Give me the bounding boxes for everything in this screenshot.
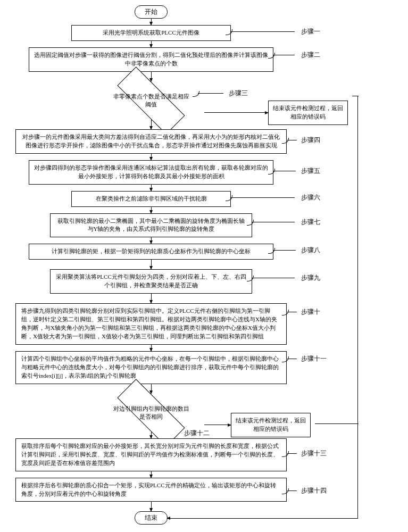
decision-text: 对边引脚组内引脚轮廓的数目是否相同 [111, 405, 191, 421]
rail-join [352, 96, 359, 96]
leader-line [231, 31, 295, 32]
leader-line [287, 140, 297, 140]
process-step-9: 采用聚类算法将PLCC元件引脚划分为四类，分别对应着上、下、左、右四个引脚组，并… [50, 269, 252, 294]
row-step-12: 对边引脚组内引脚轮廓的数目是否相同 步骤十二 结束该元件检测过程，返回相应的错误… [7, 394, 295, 432]
process-step-7: 获取引脚轮廓的最小二乘椭圆，其中最小二乘椭圆的旋转角度为椭圆长轴与Y轴的夹角，由… [50, 213, 252, 238]
arrow [151, 237, 152, 244]
process-step-6: 在聚类操作之前滤除非引脚区域的干扰轮廓 [71, 191, 231, 207]
label-step-14: 步骤十四 [301, 486, 327, 495]
arrow [151, 207, 152, 213]
arrow [151, 260, 152, 269]
decision-step-12: 对边引脚组内引脚轮廓的数目是否相同 [98, 394, 204, 432]
label-step-2: 步骤二 [301, 51, 320, 60]
row-step-9: 采用聚类算法将PLCC元件引脚划分为四类，分别对应着上、下、左、右四个引脚组，并… [7, 269, 295, 294]
arrow [151, 294, 152, 303]
row-step-14: 根据排序后各引脚轮廓的质心拟合一个矩形，实现PLCC元件的精确定位，输出该矩形的… [7, 478, 295, 502]
arrow [151, 432, 152, 438]
row-step-1: 采用光学照明系统获取PLCC元件图像 步骤一 [7, 25, 295, 41]
process-step-1: 采用光学照明系统获取PLCC元件图像 [71, 25, 231, 41]
arrow [151, 72, 152, 81]
arrow [151, 384, 152, 394]
row-step-7: 获取引脚轮廓的最小二乘椭圆，其中最小二乘椭圆的旋转角度为椭圆长轴与Y轴的夹角，由… [7, 213, 295, 238]
row-step-3: 非零像素点个数是否满足相应阈值 步骤三 结束该元件检测过程，返回相应的错误码 [7, 81, 295, 120]
process-step-5: 对步骤四得到的形态学操作图像采用连通区域标记算法提取出所有轮廓，获取各轮廓对应的… [29, 160, 273, 185]
process-step-10: 将步骤九得到的四类引脚轮廓分别对应到实际引脚组中。定义PLCC元件右侧的引脚组为… [15, 303, 287, 345]
arrow [204, 425, 231, 425]
decision-step-3: 非零像素点个数是否满足相应阈值 [98, 81, 204, 120]
terminal-end: 结束 [135, 511, 168, 525]
leader-line [198, 93, 223, 94]
return-rail [357, 96, 358, 518]
row-step-6: 在聚类操作之前滤除非引脚区域的干扰轮廓 步骤六 [7, 191, 295, 207]
process-step-11: 计算四个引脚组中心坐标的平均值作为粗略的元件中心坐标，在每一个引脚组中，根据引脚… [15, 351, 287, 384]
arrow [151, 41, 152, 47]
leader-line [273, 55, 295, 55]
label-step-9: 步骤九 [301, 273, 320, 282]
leader-line [273, 171, 296, 171]
decision-text: 非零像素点个数是否满足相应阈值 [111, 93, 191, 109]
arrow [151, 154, 152, 160]
leader-line [287, 359, 297, 359]
arrow [151, 19, 152, 25]
process-step-13: 获取排序后每个引脚轮廓对应的最小外接矩形，其长宽分别对应为元件引脚的长度和宽度，… [15, 438, 287, 471]
arrow [151, 345, 152, 351]
process-step-8: 计算引脚轮廓的矩，根据一阶矩得到的轮廓质心坐标作为引脚轮廓的中心坐标 [29, 244, 273, 260]
process-step-14: 根据排序后各引脚轮廓的质心拟合一个矩形，实现PLCC元件的精确定位，输出该矩形的… [15, 478, 287, 502]
label-step-1: 步骤一 [301, 27, 320, 36]
rail-bottom [167, 518, 358, 519]
leader-line [252, 222, 295, 222]
row-step-5: 对步骤四得到的形态学操作图像采用连通区域标记算法提取出所有轮廓，获取各轮廓对应的… [7, 160, 295, 185]
label-step-4: 步骤四 [301, 136, 320, 145]
label-step-6: 步骤六 [301, 193, 320, 202]
label-step-8: 步骤八 [301, 246, 320, 255]
row-step-13: 获取排序后每个引脚轮廓对应的最小外接矩形，其长宽分别对应为元件引脚的长度和宽度，… [7, 438, 295, 471]
leader-line [273, 250, 296, 251]
process-step-2: 选用固定阈值对步骤一获得的图像进行阈值分割，得到二值化预处理后的图像并计算该图像… [29, 47, 273, 72]
process-step-4: 对步骤一的元件图像采用最大类间方差法得到自适应二值化图像，再采用大小为的矩形内核… [15, 129, 287, 154]
label-step-5: 步骤五 [301, 167, 320, 176]
row-step-11: 计算四个引脚组中心坐标的平均值作为粗略的元件中心坐标，在每一个引脚组中，根据引脚… [7, 351, 295, 384]
leader-line [287, 491, 297, 491]
error-box-1: 结束该元件检测过程，返回相应的错误码 [268, 101, 348, 125]
arrow [151, 502, 152, 511]
arrow [204, 112, 268, 113]
label-step-13: 步骤十三 [301, 449, 327, 458]
arrow [151, 471, 152, 478]
label-step-11: 步骤十一 [301, 354, 327, 363]
leader-line [252, 278, 295, 278]
flowchart: 开始 采用光学照明系统获取PLCC元件图像 步骤一 选用固定阈值对步骤一获得的图… [7, 5, 295, 525]
row-step-10: 将步骤九得到的四类引脚轮廓分别对应到实际引脚组中。定义PLCC元件右侧的引脚组为… [7, 303, 295, 345]
label-step-10: 步骤十 [301, 307, 320, 317]
label-step-3: 步骤三 [229, 89, 248, 98]
leader-line [287, 312, 297, 312]
rail-join [315, 423, 359, 424]
row-step-2: 选用固定阈值对步骤一获得的图像进行阈值分割，得到二值化预处理后的图像并计算该图像… [7, 47, 295, 72]
arrow [151, 120, 152, 129]
terminal-start: 开始 [135, 5, 168, 19]
label-step-7: 步骤七 [301, 218, 320, 227]
leader-line [231, 197, 295, 198]
leader-line [287, 453, 297, 454]
row-step-4: 对步骤一的元件图像采用最大类间方差法得到自适应二值化图像，再采用大小为的矩形内核… [7, 129, 295, 154]
error-box-2: 结束该元件检测过程，返回相应的错误码 [231, 413, 311, 437]
arrow [151, 185, 152, 191]
row-step-8: 计算引脚轮廓的矩，根据一阶矩得到的轮廓质心坐标作为引脚轮廓的中心坐标 步骤八 [7, 244, 295, 260]
